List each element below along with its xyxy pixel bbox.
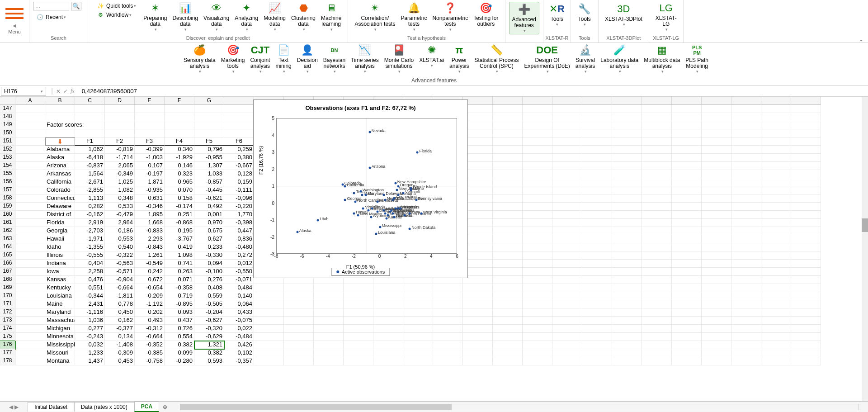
ribbon-sub-label: Advanced features xyxy=(411,77,457,84)
visualizing-data-button[interactable]: 👁Visualizing data▾ xyxy=(201,1,232,33)
mc-icon: 🎴 xyxy=(392,44,406,57)
analyzing-data-button[interactable]: ✦Analyzing data▾ xyxy=(232,1,261,33)
lab-icon: 🧪 xyxy=(612,44,627,57)
ribbon-top: ◀ Menu 🔍 🕓 Recent ▾ Search ✨Quick tools▾… xyxy=(0,0,868,43)
3dplot-button[interactable]: 3DXLSTAT-3DPlot▾ xyxy=(602,2,645,28)
ai-icon: ✺ xyxy=(425,44,439,57)
3dplot-label: XLSTAT-3DPlot xyxy=(599,34,649,43)
search-go-button[interactable]: 🔍 xyxy=(71,2,81,10)
fx-icon[interactable]: fx xyxy=(71,88,75,95)
hypothesis-group: ✴Correlation/ Association tests▾ 🔔Parame… xyxy=(348,0,505,43)
advanced-features-button[interactable]: ➕Advanced features▾ xyxy=(509,2,539,34)
machine-learning-button[interactable]: 🖥Machine learning▾ xyxy=(318,1,344,33)
text-icon: 📄 xyxy=(276,44,291,57)
model-icon: 📈 xyxy=(268,2,282,14)
wand-icon: ✨ xyxy=(96,3,104,9)
outliers-button[interactable]: 🎯Testing for outliers xyxy=(471,1,501,28)
recent-icon: 🕓 xyxy=(36,14,44,20)
conjoint-button[interactable]: CJTConjoint analysis▾ xyxy=(247,43,273,85)
search-group: 🔍 🕓 Recent ▾ Search xyxy=(29,0,88,43)
xlstat-r-group: ✕RTools▾ XLSTAT-R xyxy=(543,0,571,43)
discover-label: Discover, explain and predict xyxy=(88,34,348,43)
multi-icon: ▦ xyxy=(655,44,669,57)
lg-label: XLSTAT-LG xyxy=(649,34,683,43)
search-input[interactable] xyxy=(33,2,69,10)
parametric-button[interactable]: 🔔Parametric tests▾ xyxy=(398,1,429,33)
nonparametric-button[interactable]: ❓Nonparametric tests▾ xyxy=(429,1,471,33)
workflow-button[interactable]: ⚙Workflow▾ xyxy=(94,11,139,19)
xlstat-r-label: XLSTAT-R xyxy=(543,34,571,43)
tools-group: 🔧Tools▾ Tools xyxy=(571,0,599,43)
multiblock-button[interactable]: ▦Multiblock data analysis▾ xyxy=(641,43,683,85)
wrench-icon: 🔧 xyxy=(577,3,592,15)
check-icon[interactable]: ✓ xyxy=(63,88,68,95)
doe-icon: DOE xyxy=(540,44,554,57)
lg-group: LGXLSTAT- LG▾ XLSTAT-LG xyxy=(649,0,684,43)
cancel-icon[interactable]: ✕ xyxy=(56,88,61,95)
bn-icon: BN xyxy=(327,44,342,57)
plus-icon: ➕ xyxy=(517,3,531,16)
menu-button[interactable] xyxy=(5,7,24,20)
formula-controls: ⎮ ✕ ✓ fx xyxy=(47,88,78,95)
cjt-icon: CJT xyxy=(253,44,267,57)
target-icon: 🎯 xyxy=(479,2,493,14)
sensory-icon: 🍊 xyxy=(192,44,207,57)
name-box[interactable]: H176 ▾ xyxy=(1,87,46,96)
discover-group: ✨Quick tools▾ ⚙Workflow▾ ✶Preparing data… xyxy=(88,0,348,43)
nonparam-icon: ❓ xyxy=(443,2,458,14)
quick-tools-button[interactable]: ✨Quick tools▾ xyxy=(94,2,139,10)
preparing-data-button[interactable]: ✶Preparing data▾ xyxy=(141,1,170,33)
bell-icon: 🔔 xyxy=(406,2,421,14)
lab-button[interactable]: 🧪Laboratory data analysis▾ xyxy=(598,43,641,85)
cluster-icon: ⬣ xyxy=(296,2,311,14)
pls-button[interactable]: PLSPMPLS Path Modeling▾ xyxy=(683,43,711,85)
xlstat-r-tools-button[interactable]: ✕RTools▾ xyxy=(547,2,567,28)
formula-bar: H176 ▾ ⎮ ✕ ✓ fx xyxy=(0,86,868,97)
3dplot-group: 3DXLSTAT-3DPlot▾ XLSTAT-3DPlot xyxy=(599,0,649,43)
workflow-icon: ⚙ xyxy=(96,12,104,18)
decision-icon: 👤 xyxy=(300,44,315,57)
search-group-label: Search xyxy=(29,34,88,43)
marketing-icon: 🎯 xyxy=(226,44,240,57)
menu-label: Menu xyxy=(8,28,21,36)
survival-button[interactable]: 🔬Survival analysis▾ xyxy=(573,43,598,85)
chevron-down-icon: ▾ xyxy=(41,89,43,94)
pi-icon: π xyxy=(452,44,467,57)
lg-button[interactable]: LGXLSTAT- LG▾ xyxy=(653,1,679,33)
ml-icon: 🖥 xyxy=(324,2,339,14)
recent-label: Recent xyxy=(46,14,63,20)
bayesian-button[interactable]: BNBayesian networks▾ xyxy=(321,43,348,85)
timeseries-button[interactable]: 📉Time series analysis▾ xyxy=(348,43,382,85)
tools-label: Tools xyxy=(571,34,598,43)
3d-icon: 3D xyxy=(616,3,631,15)
tools-button[interactable]: 🔧Tools▾ xyxy=(575,2,594,28)
corr-icon: ✴ xyxy=(368,2,382,14)
prep-icon: ✶ xyxy=(148,2,162,14)
sensory-button[interactable]: 🍊Sensory data analysis▾ xyxy=(181,43,218,85)
recent-button[interactable]: 🕓 Recent ▾ xyxy=(33,13,69,21)
text-mining-button[interactable]: 📄Text mining▾ xyxy=(273,43,294,85)
clustering-data-button[interactable]: ⬣Clustering data▾ xyxy=(288,1,318,33)
ribbon-sub: 🍊Sensory data analysis▾ 🎯Marketing tools… xyxy=(0,43,868,86)
ribbon-expand-button[interactable]: ⌄ xyxy=(859,36,866,43)
analyze-icon: ✦ xyxy=(239,2,254,14)
describing-data-button[interactable]: 📊Describing data▾ xyxy=(170,1,201,33)
lg-icon: LG xyxy=(659,2,673,14)
formula-input[interactable] xyxy=(78,87,868,95)
modeling-data-button[interactable]: 📈Modeling data▾ xyxy=(261,1,288,33)
doe-button[interactable]: DOEDesign Of Experiments (DoE)▾ xyxy=(521,43,572,85)
ts-icon: 📉 xyxy=(358,44,372,57)
spc-icon: 📏 xyxy=(489,44,504,57)
marketing-button[interactable]: 🎯Marketing tools▾ xyxy=(218,43,248,85)
eye-icon: 👁 xyxy=(209,2,224,14)
r-icon: ✕R xyxy=(550,3,564,15)
decision-button[interactable]: 👤Decision aid▾ xyxy=(294,43,321,85)
spc-button[interactable]: 📏Statistical Process Control (SPC)▾ xyxy=(472,43,521,85)
correlation-button[interactable]: ✴Correlation/ Association tests▾ xyxy=(352,1,398,33)
hypothesis-label: Test a hypothesis xyxy=(348,34,505,43)
name-box-value: H176 xyxy=(4,88,17,95)
bar-icon: 📊 xyxy=(178,2,193,14)
search-row: 🔍 xyxy=(33,2,81,10)
menu-group: ◀ Menu xyxy=(0,0,29,43)
pls-icon: PLSPM xyxy=(690,44,704,57)
